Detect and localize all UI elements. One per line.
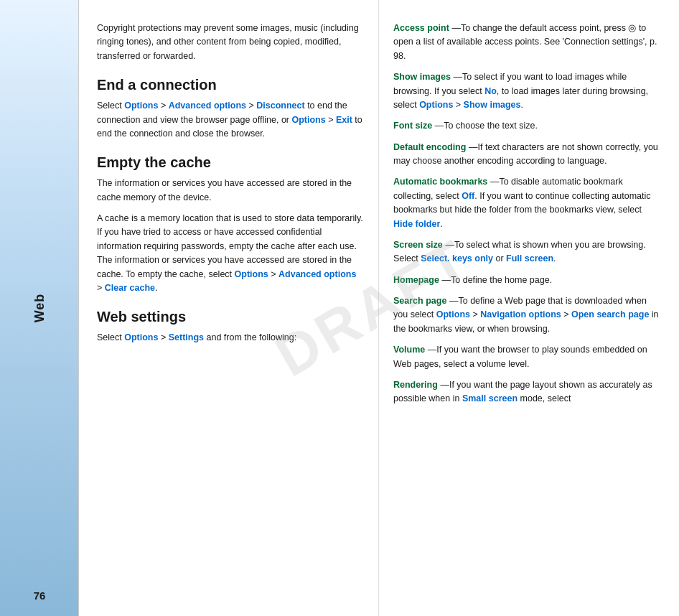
term-screen-size: Screen size —To select what is shown whe… (393, 238, 661, 266)
term-homepage: Homepage —To define the home page. (393, 274, 661, 287)
term-label-access-point: Access point (393, 23, 449, 33)
term-show-images: Show images —To select if you want to lo… (393, 70, 661, 112)
main-content: Copyright protections may prevent some i… (79, 0, 679, 616)
term-label-volume: Volume (393, 345, 425, 355)
term-body-volume: —If you want the browser to play sounds … (393, 345, 647, 368)
page-number: 76 (34, 589, 46, 602)
options-link-1[interactable]: Options (124, 101, 158, 111)
cache-para-1: The information or services you have acc… (97, 177, 364, 205)
options-link-2[interactable]: Options (291, 115, 325, 125)
section-title-end-connection: End a connection (97, 76, 364, 93)
term-label-default-encoding: Default encoding (393, 142, 466, 152)
left-column: Copyright protections may prevent some i… (79, 0, 379, 616)
term-label-show-images: Show images (393, 72, 451, 82)
cache-para-2: A cache is a memory location that is use… (97, 212, 364, 295)
options-link-6[interactable]: Options (436, 309, 470, 319)
term-font-size: Font size —To choose the text size. (393, 119, 661, 133)
term-access-point: Access point —To change the default acce… (393, 22, 661, 63)
open-search-page-link[interactable]: Open search page (571, 309, 649, 319)
term-label-screen-size: Screen size (393, 240, 443, 250)
term-label-homepage: Homepage (393, 275, 439, 285)
term-label-rendering: Rendering (393, 380, 438, 390)
settings-link[interactable]: Settings (169, 332, 204, 342)
term-automatic-bookmarks: Automatic bookmarks —To disable automati… (393, 175, 661, 231)
section-title-web-settings: Web settings (97, 308, 364, 325)
right-column: Access point —To change the default acce… (379, 0, 679, 616)
term-label-font-size: Font size (393, 121, 432, 131)
small-screen-link[interactable]: Small screen (462, 393, 518, 403)
disconnect-link[interactable]: Disconnect (256, 101, 304, 111)
advanced-options-link-2[interactable]: Advanced options (278, 269, 356, 279)
no-link[interactable]: No (484, 86, 497, 96)
term-body-font-size: —To choose the text size. (435, 121, 538, 131)
term-label-search-page: Search page (393, 296, 446, 306)
section-title-empty-cache: Empty the cache (97, 154, 364, 171)
show-images-link[interactable]: Show images (464, 100, 521, 110)
term-body-homepage: —To define the home page. (442, 275, 553, 285)
select-keys-only-link[interactable]: Select. keys only (421, 253, 493, 263)
sidebar-label: Web (32, 294, 47, 323)
web-settings-para: Select Options > Settings and from the f… (97, 331, 364, 345)
off-link[interactable]: Off (462, 191, 474, 201)
page-container: Web 76 Copyright protections may prevent… (0, 0, 679, 616)
full-screen-link[interactable]: Full screen (506, 253, 553, 263)
term-search-page: Search page —To define a Web page that i… (393, 294, 661, 336)
sidebar: Web 76 (0, 0, 79, 616)
navigation-options-link[interactable]: Navigation options (480, 309, 561, 319)
term-default-encoding: Default encoding —If text characters are… (393, 141, 661, 169)
exit-link[interactable]: Exit (336, 115, 352, 125)
options-link-5[interactable]: Options (419, 100, 453, 110)
term-label-auto-bookmarks: Automatic bookmarks (393, 177, 487, 187)
term-rendering: Rendering —If you want the page layout s… (393, 378, 661, 406)
end-connection-para: Select Options > Advanced options > Disc… (97, 99, 364, 141)
hide-folder-link[interactable]: Hide folder (393, 219, 440, 229)
intro-text: Copyright protections may prevent some i… (97, 22, 364, 63)
advanced-options-link-1[interactable]: Advanced options (169, 101, 246, 111)
options-link-3[interactable]: Options (235, 269, 268, 279)
clear-cache-link[interactable]: Clear cache (105, 283, 155, 293)
term-volume: Volume —If you want the browser to play … (393, 343, 661, 371)
options-link-4[interactable]: Options (124, 332, 158, 342)
